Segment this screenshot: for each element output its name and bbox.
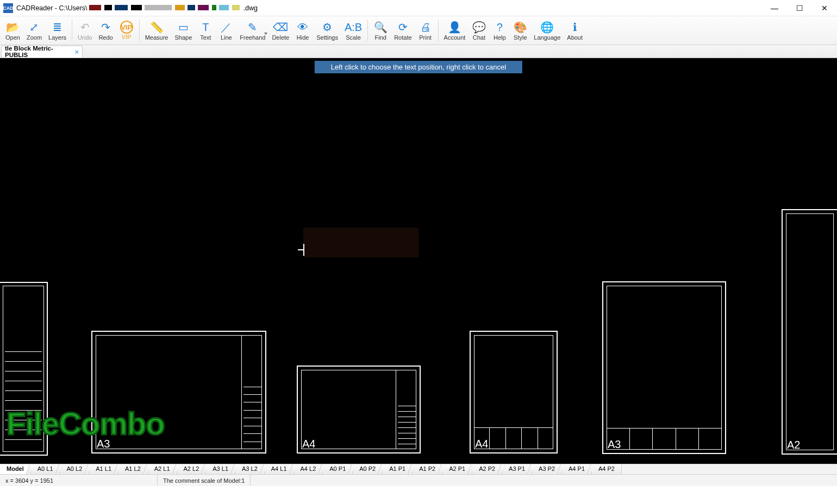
- status-comment-scale: The comment scale of Model:1: [158, 475, 251, 486]
- minimize-button[interactable]: —: [762, 0, 787, 16]
- delete-icon: ⌫: [273, 20, 288, 34]
- freehand-icon: ✎: [248, 20, 257, 34]
- ribbon-toolbar: 📂Open⤢Zoom≣Layers↶Undo↷RedoVIPVIP📏Measur…: [0, 16, 837, 45]
- undo-icon: ↶: [80, 20, 90, 34]
- open-icon: 📂: [6, 20, 20, 34]
- sheet-label: A2: [787, 439, 800, 451]
- print-label: Print: [419, 34, 432, 41]
- zoom-icon: ⤢: [29, 20, 39, 34]
- scale-icon: A:B: [345, 20, 362, 34]
- sheet-label: A4: [302, 438, 315, 450]
- line-label: Line: [221, 34, 232, 41]
- hide-label: Hide: [297, 34, 309, 41]
- measure-icon: 📏: [150, 20, 164, 34]
- maximize-button[interactable]: ☐: [787, 0, 812, 16]
- app-icon: CAD: [3, 3, 13, 13]
- rotate-button[interactable]: ⟳Rotate: [391, 16, 415, 45]
- shape-icon: ▭: [178, 20, 189, 34]
- status-bar: x = 3604 y = 1951 The comment scale of M…: [0, 475, 837, 486]
- text-placement-ghost: [303, 228, 418, 257]
- hide-icon: 👁: [297, 20, 308, 34]
- titlebar: CAD CADReader - C:\Users\ .dwg — ☐ ✕: [0, 0, 837, 16]
- rotate-icon: ⟳: [398, 20, 408, 34]
- sheet-frame: A4: [297, 366, 421, 453]
- shape-label: Shape: [174, 34, 192, 41]
- print-button[interactable]: 🖨Print: [415, 16, 436, 45]
- undo-label: Undo: [78, 34, 92, 41]
- zoom-label: Zoom: [27, 34, 42, 41]
- window-title: CADReader - C:\Users\ .dwg: [16, 4, 258, 12]
- close-tab-icon[interactable]: ×: [74, 48, 79, 56]
- layout-tab[interactable]: A4 P2: [592, 464, 622, 474]
- line-icon: ／: [221, 20, 232, 34]
- settings-button[interactable]: ⚙Settings: [313, 16, 341, 45]
- redo-label: Redo: [98, 34, 113, 41]
- redo-button[interactable]: ↷Redo: [95, 16, 116, 45]
- file-tab-bar: tle Block Metric-PUBLIS ×: [0, 45, 837, 58]
- account-label: Account: [444, 34, 466, 41]
- freehand-button[interactable]: ✎Freehand: [236, 16, 268, 45]
- find-icon: 🔍: [374, 20, 388, 34]
- delete-button[interactable]: ⌫Delete: [268, 16, 292, 45]
- drawing-canvas[interactable]: Left click to choose the text position, …: [0, 58, 837, 464]
- sheet-label: A4: [475, 438, 488, 450]
- rotate-label: Rotate: [394, 34, 411, 41]
- settings-icon: ⚙: [322, 20, 332, 34]
- open-button[interactable]: 📂Open: [2, 16, 23, 45]
- measure-label: Measure: [145, 34, 168, 41]
- help-button[interactable]: ?Help: [489, 16, 510, 45]
- sheet-frame: A2: [782, 209, 837, 455]
- chat-button[interactable]: 💬Chat: [469, 16, 489, 45]
- hint-banner: Left click to choose the text position, …: [315, 61, 522, 73]
- layers-button[interactable]: ≣Layers: [45, 16, 70, 45]
- chat-label: Chat: [473, 34, 485, 41]
- scale-button[interactable]: A:BScale: [341, 16, 365, 45]
- help-label: Help: [494, 34, 506, 41]
- vip-label: VIP: [122, 34, 132, 40]
- open-label: Open: [5, 34, 20, 41]
- chat-icon: 💬: [472, 20, 486, 34]
- language-label: Language: [534, 34, 560, 41]
- settings-label: Settings: [316, 34, 338, 41]
- freehand-label: Freehand: [240, 34, 265, 41]
- about-icon: ℹ: [573, 20, 577, 34]
- scale-label: Scale: [346, 34, 361, 41]
- account-button[interactable]: 👤Account: [441, 16, 469, 45]
- help-icon: ?: [497, 20, 503, 34]
- sheet-frame: A3: [602, 281, 726, 454]
- account-icon: 👤: [448, 20, 461, 34]
- text-label: Text: [200, 34, 211, 41]
- sheet-label: A3: [608, 438, 621, 451]
- style-button[interactable]: 🎨Style: [510, 16, 530, 45]
- find-label: Find: [374, 34, 386, 41]
- layout-tab-bar: ModelA0 L1A0 L2A1 L1A1 L2A2 L1A2 L2A3 L1…: [0, 464, 837, 475]
- find-button[interactable]: 🔍Find: [370, 16, 391, 45]
- delete-label: Delete: [272, 34, 289, 41]
- vip-button[interactable]: VIPVIP: [116, 16, 137, 45]
- style-label: Style: [514, 34, 527, 41]
- measure-button[interactable]: 📏Measure: [142, 16, 172, 45]
- layers-icon: ≣: [53, 20, 62, 34]
- file-tab-label: tle Block Metric-PUBLIS: [5, 45, 71, 58]
- watermark: FileCombo: [7, 405, 165, 442]
- layers-label: Layers: [48, 34, 66, 41]
- about-label: About: [567, 34, 583, 41]
- file-tab[interactable]: tle Block Metric-PUBLIS ×: [1, 46, 83, 58]
- hide-button[interactable]: 👁Hide: [292, 16, 313, 45]
- print-icon: 🖨: [420, 20, 431, 34]
- status-coordinates: x = 3604 y = 1951: [0, 475, 158, 486]
- sheet-frame: A4: [470, 331, 558, 453]
- vip-icon: VIP: [120, 21, 133, 34]
- language-icon: 🌐: [540, 20, 554, 34]
- line-button[interactable]: ／Line: [216, 16, 236, 45]
- text-icon: T: [202, 20, 209, 34]
- language-button[interactable]: 🌐Language: [530, 16, 564, 45]
- redo-icon: ↷: [101, 20, 110, 34]
- close-button[interactable]: ✕: [812, 0, 837, 16]
- text-button[interactable]: TText: [195, 16, 216, 45]
- style-icon: 🎨: [514, 20, 527, 34]
- undo-button[interactable]: ↶Undo: [74, 16, 95, 45]
- zoom-button[interactable]: ⤢Zoom: [23, 16, 45, 45]
- shape-button[interactable]: ▭Shape: [171, 16, 195, 45]
- about-button[interactable]: ℹAbout: [564, 16, 586, 45]
